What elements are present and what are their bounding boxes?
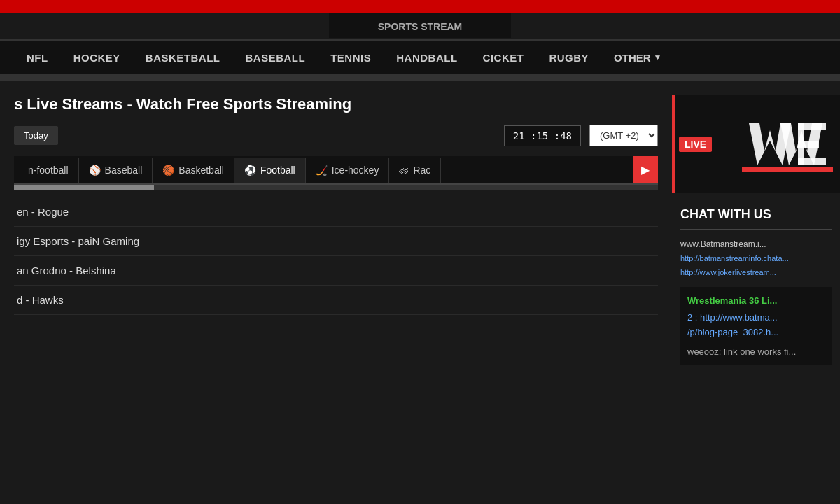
tab-american-football[interactable]: n-football bbox=[14, 158, 79, 183]
match-section: en - Rogue igy Esports - paiN Gaming an … bbox=[14, 197, 658, 315]
chat-message-link[interactable]: 2 : http://www.batma... bbox=[687, 311, 825, 325]
wwe-logo-container bbox=[719, 116, 833, 172]
time-bar: Today 21 :15 :48 (GMT +2) bbox=[14, 125, 658, 146]
nav-item-rugby[interactable]: RUGBY bbox=[536, 52, 601, 64]
right-sidebar: LIVE bbox=[672, 95, 840, 377]
scroll-thumb bbox=[14, 185, 154, 190]
chat-section-title: CHAT WITH US bbox=[680, 207, 832, 230]
svg-rect-9 bbox=[742, 167, 833, 172]
tab-football[interactable]: ⚽ Football bbox=[234, 158, 306, 183]
football-icon: ⚽ bbox=[244, 164, 256, 176]
table-row[interactable]: an Grodno - Belshina bbox=[14, 256, 658, 286]
ice-hockey-icon: 🏒 bbox=[316, 164, 328, 176]
nav-other-dropdown[interactable]: OTHER ▼ bbox=[601, 52, 674, 64]
nav-item-tennis[interactable]: TENNIS bbox=[318, 52, 384, 64]
nav-item-hockey[interactable]: HOCKEY bbox=[61, 52, 133, 64]
sport-tabs-bar: n-football ⚾ Baseball 🏀 Basketball ⚽ Foo… bbox=[14, 156, 658, 185]
wwe-logo-svg bbox=[742, 116, 833, 172]
chevron-down-icon: ▼ bbox=[654, 52, 662, 62]
basketball-icon: 🏀 bbox=[162, 164, 174, 176]
page-title: s Live Streams - Watch Free Sports Strea… bbox=[14, 95, 658, 113]
chat-message-area: Wrestlemania 36 Li... 2 : http://www.bat… bbox=[680, 287, 832, 365]
matches-content-area: en - Rogue igy Esports - paiN Gaming an … bbox=[14, 190, 658, 330]
svg-text:SPORTS STREAM: SPORTS STREAM bbox=[378, 21, 463, 32]
live-banner: LIVE bbox=[672, 95, 840, 193]
nav-item-nfl[interactable]: NFL bbox=[14, 52, 61, 64]
chat-section: CHAT WITH US www.Batmanstream.i... http:… bbox=[672, 196, 840, 377]
table-row[interactable]: igy Esports - paiN Gaming bbox=[14, 227, 658, 256]
left-content: s Live Streams - Watch Free Sports Strea… bbox=[0, 95, 672, 377]
nav-item-cricket[interactable]: CICKET bbox=[470, 52, 537, 64]
chat-user-message: weeooz: link one works fi... bbox=[687, 345, 825, 359]
tab-ice-hockey[interactable]: 🏒 Ice-hockey bbox=[306, 158, 390, 183]
tab-basketball[interactable]: 🏀 Basketball bbox=[153, 158, 234, 183]
nav-item-handball[interactable]: HANDBALL bbox=[384, 52, 470, 64]
racing-icon: 🏎 bbox=[399, 164, 409, 176]
live-badge: LIVE bbox=[679, 136, 712, 152]
red-accent-bar bbox=[672, 95, 675, 193]
time-display: 21 :15 :48 bbox=[504, 125, 581, 146]
chat-links-area: www.Batmanstream.i... http://batmanstrea… bbox=[680, 238, 832, 279]
chat-link-1[interactable]: www.Batmanstream.i... bbox=[680, 238, 832, 251]
navigation-bar: NFL HOCKEY BASKETBALL BASEBALL TENNIS HA… bbox=[0, 41, 840, 76]
table-row[interactable]: d - Hawks bbox=[14, 286, 658, 315]
chat-link-3[interactable]: http://www.jokerlivestream... bbox=[680, 267, 832, 279]
nav-item-basketball[interactable]: BASKETBALL bbox=[133, 52, 233, 64]
scroll-indicator bbox=[14, 185, 658, 190]
main-content: s Live Streams - Watch Free Sports Strea… bbox=[0, 81, 840, 377]
site-logo: SPORTS STREAM bbox=[329, 13, 511, 38]
chat-message-title: Wrestlemania 36 Li... bbox=[687, 294, 825, 308]
nav-item-baseball[interactable]: BASEBALL bbox=[233, 52, 318, 64]
tab-racing[interactable]: 🏎 Rac bbox=[389, 158, 441, 183]
table-row[interactable]: en - Rogue bbox=[14, 197, 658, 227]
today-button[interactable]: Today bbox=[14, 126, 58, 145]
wwe-banner-image: LIVE bbox=[672, 95, 840, 193]
tabs-next-arrow[interactable]: ▶ bbox=[633, 156, 658, 183]
chat-message-page[interactable]: /p/blog-page_3082.h... bbox=[687, 326, 825, 340]
svg-rect-8 bbox=[798, 123, 804, 165]
logo-bar: SPORTS STREAM bbox=[0, 13, 840, 41]
nav-separator bbox=[0, 76, 840, 81]
baseball-icon: ⚾ bbox=[89, 164, 101, 176]
timezone-select[interactable]: (GMT +2) bbox=[589, 125, 658, 146]
top-banner bbox=[0, 0, 840, 13]
chat-link-2[interactable]: http://batmanstreaminfo.chata... bbox=[680, 253, 832, 265]
tab-baseball[interactable]: ⚾ Baseball bbox=[79, 158, 153, 183]
